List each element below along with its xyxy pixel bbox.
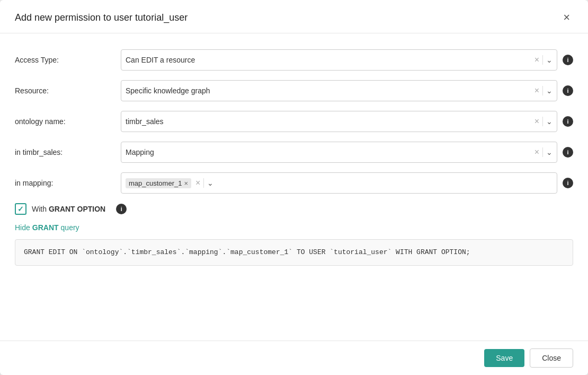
access-type-label: Access Type:	[15, 56, 121, 64]
hide-query-bold: GRANT	[32, 223, 59, 232]
close-button[interactable]: Close	[530, 348, 573, 368]
in-mapping-select[interactable]: map_customer_1 × × ⌄	[121, 172, 557, 194]
in-mapping-label: in mapping:	[15, 179, 121, 187]
modal-dialog: Add new permission to user tutorial_user…	[0, 0, 588, 375]
in-timbr-sales-info-icon[interactable]: i	[563, 147, 573, 158]
divider	[542, 147, 543, 157]
in-timbr-sales-label: in timbr_sales:	[15, 148, 121, 156]
in-timbr-sales-row: in timbr_sales: Mapping × ⌄ i	[15, 142, 573, 163]
in-timbr-sales-clear-icon[interactable]: ×	[534, 148, 539, 156]
divider	[542, 117, 543, 126]
in-mapping-tag-close-icon[interactable]: ×	[184, 180, 188, 187]
checkbox-check-icon: ✓	[17, 205, 24, 213]
in-mapping-clear-icon[interactable]: ×	[195, 179, 200, 187]
in-timbr-sales-actions: × ⌄	[534, 147, 553, 157]
ontology-name-select[interactable]: timbr_sales × ⌄	[121, 111, 557, 132]
modal-title: Add new permission to user tutorial_user	[15, 12, 188, 23]
resource-info-icon[interactable]: i	[563, 85, 573, 96]
resource-chevron-icon[interactable]: ⌄	[546, 86, 553, 95]
resource-label: Resource:	[15, 86, 121, 95]
ontology-name-row: ontology name: timbr_sales × ⌄ i	[15, 111, 573, 132]
resource-select[interactable]: Specific knowledge graph × ⌄	[121, 80, 557, 101]
modal-footer: Save Close	[0, 341, 588, 375]
in-mapping-info-icon[interactable]: i	[563, 178, 573, 188]
ontology-name-label: ontology name:	[15, 117, 121, 126]
access-type-row: Access Type: Can EDIT a resource × ⌄ i	[15, 49, 573, 71]
divider	[542, 55, 543, 65]
ontology-name-chevron-icon[interactable]: ⌄	[546, 117, 553, 126]
divider	[203, 178, 204, 188]
query-text: GRANT EDIT ON `ontology`.`timbr_sales`.`…	[24, 248, 470, 256]
ontology-name-info-icon[interactable]: i	[563, 116, 573, 127]
in-timbr-sales-value: Mapping	[126, 148, 530, 156]
hide-query-link[interactable]: Hide GRANT query	[15, 223, 79, 232]
modal-header: Add new permission to user tutorial_user…	[0, 0, 588, 33]
in-timbr-sales-select[interactable]: Mapping × ⌄	[121, 142, 557, 163]
grant-option-checkbox[interactable]: ✓	[15, 203, 26, 215]
access-type-chevron-icon[interactable]: ⌄	[546, 56, 553, 64]
modal-close-button[interactable]: ×	[560, 11, 573, 24]
resource-row: Resource: Specific knowledge graph × ⌄ i	[15, 80, 573, 101]
divider	[542, 86, 543, 95]
in-timbr-sales-chevron-icon[interactable]: ⌄	[546, 148, 553, 156]
resource-value: Specific knowledge graph	[126, 86, 530, 95]
resource-actions: × ⌄	[534, 86, 553, 95]
grant-option-info-icon[interactable]: i	[116, 204, 127, 214]
access-type-info-icon[interactable]: i	[563, 55, 573, 65]
ontology-name-actions: × ⌄	[534, 117, 553, 126]
access-type-actions: × ⌄	[534, 55, 553, 65]
access-type-select[interactable]: Can EDIT a resource × ⌄	[121, 49, 557, 71]
access-type-clear-icon[interactable]: ×	[534, 56, 539, 64]
save-button[interactable]: Save	[484, 349, 524, 367]
resource-clear-icon[interactable]: ×	[534, 86, 539, 95]
in-mapping-chevron-icon[interactable]: ⌄	[207, 179, 213, 187]
in-mapping-actions: × ⌄	[195, 178, 213, 188]
in-mapping-row: in mapping: map_customer_1 × × ⌄ i	[15, 172, 573, 194]
hide-query-suffix: query	[61, 223, 79, 232]
grant-option-bold: GRANT OPTION	[49, 205, 105, 213]
grant-option-label: With GRANT OPTION	[32, 205, 105, 213]
access-type-value: Can EDIT a resource	[126, 56, 530, 64]
ontology-name-value: timbr_sales	[126, 117, 530, 126]
query-box: GRANT EDIT ON `ontology`.`timbr_sales`.`…	[15, 239, 573, 266]
hide-query-text: Hide	[15, 223, 30, 232]
modal-body: Access Type: Can EDIT a resource × ⌄ i R…	[0, 33, 588, 341]
grant-option-row: ✓ With GRANT OPTION i	[15, 203, 573, 215]
ontology-name-clear-icon[interactable]: ×	[534, 117, 539, 126]
in-mapping-tag-value: map_customer_1	[129, 179, 182, 187]
in-mapping-tag: map_customer_1 ×	[126, 178, 191, 188]
